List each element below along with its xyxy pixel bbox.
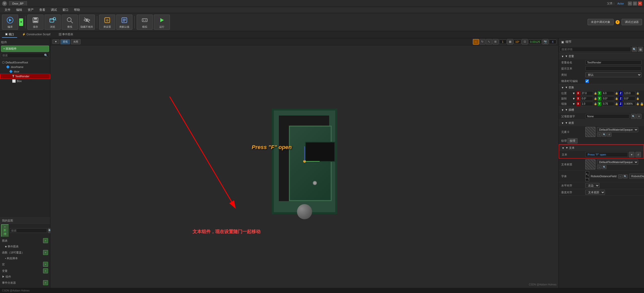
rot-y-lock[interactable]: 🔒 (615, 96, 618, 101)
pos-x-lock[interactable]: 🔒 (594, 91, 597, 95)
rot-y-btn[interactable]: Y (598, 96, 601, 101)
nav-down-btn[interactable]: ▼ (52, 40, 59, 44)
text-browse-btn[interactable]: ▼ (629, 152, 634, 157)
text-reset-btn[interactable]: ↺ (635, 152, 641, 157)
viewport[interactable]: Press "F" open 文本组件，现在设置随门一起移动 CSDN @Add… (50, 45, 558, 288)
debug-dropdown[interactable]: 未选中调试对象 (588, 19, 614, 25)
class-settings-button[interactable]: ⚙ 类设置 (99, 15, 115, 30)
angle-num[interactable]: 10° (514, 40, 521, 44)
bp-construct-item[interactable]: • 构造脚本 (0, 256, 50, 261)
perspective-btn[interactable]: 透视 (60, 39, 70, 44)
coord-btn[interactable]: ⊞ (493, 39, 499, 45)
text-material-select[interactable]: DefaultTextMaterialOpaque (597, 160, 638, 165)
menu-file[interactable]: 文件 (2, 7, 13, 13)
variables-header[interactable]: ▼ ▼ 变量 (559, 53, 644, 59)
bp-components-header[interactable]: ▶ 组件 (0, 274, 50, 279)
pos-y-btn[interactable]: Y (598, 91, 601, 95)
valign-select[interactable]: 文本底部 (585, 190, 605, 195)
bp-functions-header[interactable]: 函数（18可覆盖） + (0, 249, 50, 256)
save-button[interactable]: 保存 (27, 15, 44, 30)
pos-z-lock[interactable]: 🔒 (636, 91, 639, 95)
menu-window[interactable]: 窗口 (60, 7, 71, 13)
rot-x-lock[interactable]: 🔒 (594, 96, 597, 101)
scale-z-btn[interactable]: Z (619, 102, 622, 106)
texture-btn[interactable]: 纹理 (567, 138, 578, 143)
pos-z-input[interactable] (623, 91, 635, 95)
rot-x-btn[interactable]: X (576, 96, 580, 101)
scale-num[interactable]: 0.03125 (528, 40, 542, 44)
window-tab[interactable]: Door_BP (9, 1, 27, 6)
hint-input[interactable] (585, 66, 641, 71)
translate-tool[interactable]: ↔ (473, 39, 479, 45)
tab-event-graph[interactable]: ▦ 事件图表 (56, 31, 76, 38)
tab-construction-script[interactable]: ⚡ Construction Script! (19, 32, 54, 38)
component-search-input[interactable] (2, 54, 43, 57)
inherit-checkbox[interactable] (585, 79, 589, 83)
rot-z-lock[interactable]: 🔒 (636, 96, 639, 101)
hide-button[interactable]: 隐藏不相关 (79, 15, 95, 30)
rot-x-input[interactable] (581, 96, 593, 101)
scale-x-btn[interactable]: X (576, 102, 580, 106)
material-header[interactable]: ▼ ▼ 材质 (559, 120, 644, 126)
find-button[interactable]: 查找 (62, 15, 78, 30)
bp-section-graph-header[interactable]: 图表 + (0, 237, 50, 244)
menu-edit[interactable]: 编辑 (14, 7, 25, 13)
scale-link-lock[interactable]: 🔒 (640, 102, 643, 106)
mat-arrow-btn[interactable]: → (597, 133, 601, 137)
scale-z-lock[interactable]: 🔒 (636, 102, 639, 106)
rotation-dropdown[interactable]: ▼ (572, 97, 575, 100)
lighting-btn[interactable]: 光照 (71, 39, 81, 44)
category-select[interactable]: 默认 (585, 72, 641, 77)
scale-y-input[interactable] (602, 102, 614, 106)
new-add-button[interactable]: + 新增 (1, 224, 9, 237)
class-defaults-button[interactable]: 类默认值 (116, 15, 132, 30)
compile-dropdown[interactable]: ▼ (19, 18, 23, 26)
slot-search-btn[interactable]: 🔍 (631, 114, 636, 119)
rot-z-input[interactable] (623, 96, 635, 101)
mat-reset-btn[interactable]: ↺ (607, 133, 612, 137)
bp-vars-add[interactable]: + (43, 268, 48, 273)
menu-debug[interactable]: 调试 (48, 7, 59, 13)
menu-view[interactable]: 查看 (37, 7, 48, 13)
varname-input[interactable] (585, 60, 641, 65)
bp-vars-header[interactable]: 变量 + (0, 268, 50, 274)
menu-assets[interactable]: 资产 (25, 7, 36, 13)
scale-tool[interactable]: ⤡ (486, 39, 492, 45)
scale-dropdown[interactable]: ▼ (572, 102, 575, 106)
mat-search-btn[interactable]: 🔍 (602, 133, 607, 137)
pos-x-btn[interactable]: X (576, 91, 580, 95)
view-num[interactable]: 1 (499, 40, 507, 44)
tab-viewport[interactable]: ▣ 视口 (2, 31, 17, 38)
tree-item-door[interactable]: 🔷 door (0, 69, 50, 74)
pos-z-btn[interactable]: Z (619, 91, 622, 95)
position-dropdown[interactable]: ▼ (572, 92, 575, 95)
tree-item-box[interactable]: ⬜ Box (0, 79, 50, 83)
pos-y-lock[interactable]: 🔒 (615, 91, 618, 95)
text-mat-arrow-btn[interactable]: → (597, 165, 601, 169)
scale-y-btn[interactable]: Y (598, 102, 601, 106)
scale-x-lock[interactable]: 🔒 (594, 102, 597, 106)
details-search-input[interactable] (560, 47, 631, 52)
bp-macros-add[interactable]: + (43, 262, 48, 267)
scale-y-lock[interactable]: 🔒 (615, 102, 618, 106)
filter-button[interactable]: 调试过滤器 (622, 19, 642, 25)
slot-clear-btn[interactable]: ✕ (636, 114, 641, 119)
text-mat-search-btn[interactable]: 🔍 (602, 165, 607, 169)
minimize-button[interactable]: ─ (628, 2, 632, 6)
bp-dispatcher-header[interactable]: 事件分发器 + (0, 279, 50, 286)
slot-input[interactable] (585, 114, 629, 119)
bp-functions-add[interactable]: + (43, 250, 48, 255)
halign-select[interactable]: 左边 (585, 183, 599, 188)
menu-help[interactable]: 帮助 (71, 7, 83, 13)
camera-btn[interactable]: 📷 (542, 39, 548, 45)
scale-z-input[interactable] (623, 102, 635, 106)
snap-btn[interactable]: ⊡ (522, 39, 528, 45)
blueprint-search-input[interactable] (10, 228, 47, 233)
details-search-btn[interactable]: 🔍 (632, 47, 637, 52)
text-section-header[interactable]: ▼ ▼ 文本 (559, 145, 643, 151)
rotate-tool[interactable]: ↻ (479, 39, 485, 45)
bp-dispatcher-add[interactable]: + (43, 280, 48, 285)
bp-macros-header[interactable]: 宏 + (0, 261, 50, 268)
browse-button[interactable]: 浏览 (45, 15, 61, 30)
bp-eventgraph-item[interactable]: ■ 事件图表 (0, 244, 50, 249)
